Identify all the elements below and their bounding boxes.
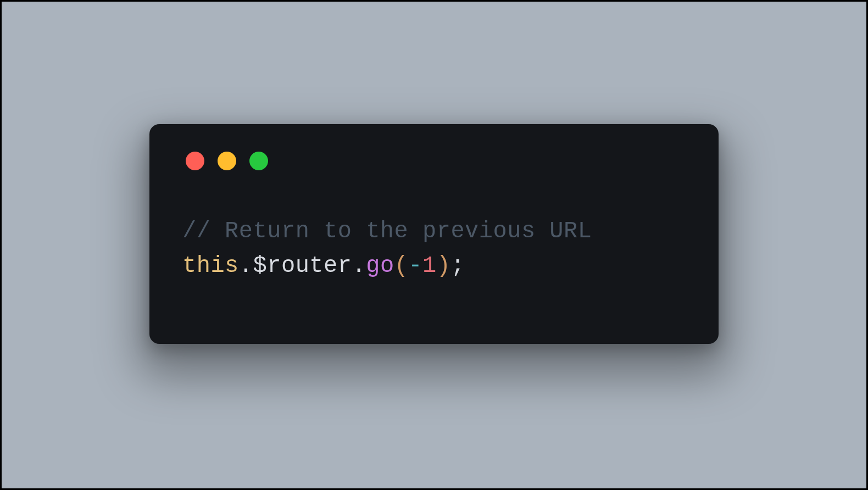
close-icon[interactable] [186, 152, 204, 170]
code-dot: . [239, 253, 253, 279]
minimize-icon[interactable] [218, 152, 236, 170]
code-semi: ; [451, 253, 465, 279]
code-method-go: go [366, 253, 394, 279]
maximize-icon[interactable] [249, 152, 268, 170]
code-lparen: ( [394, 253, 409, 279]
code-minus: - [408, 253, 422, 279]
code-number: 1 [422, 253, 437, 279]
code-comment: // Return to the previous URL [182, 218, 592, 244]
code-keyword-this: this [182, 253, 239, 279]
code-router: $router [253, 253, 352, 279]
code-dot: . [352, 253, 366, 279]
window-controls [186, 152, 686, 170]
code-rparen: ) [437, 253, 451, 279]
code-block: // Return to the previous URL this.$rout… [182, 214, 686, 283]
code-window: // Return to the previous URL this.$rout… [149, 124, 719, 344]
